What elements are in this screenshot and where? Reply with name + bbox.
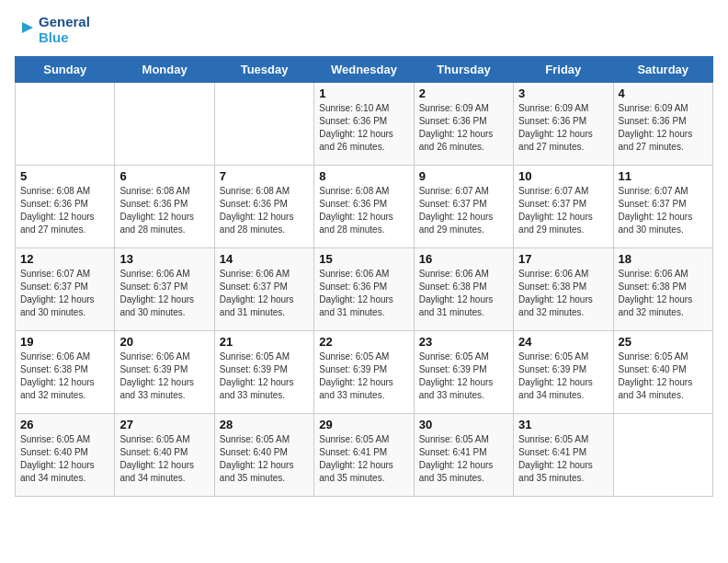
day-number: 31: [518, 418, 608, 431]
day-of-week-header: Wednesday: [314, 57, 414, 83]
day-info: Sunrise: 6:05 AM Sunset: 6:40 PM Dayligh…: [220, 433, 309, 485]
calendar-cell: 15Sunrise: 6:06 AM Sunset: 6:36 PM Dayli…: [314, 248, 414, 331]
day-info: Sunrise: 6:05 AM Sunset: 6:39 PM Dayligh…: [419, 350, 508, 402]
calendar-cell: 5Sunrise: 6:08 AM Sunset: 6:36 PM Daylig…: [16, 166, 115, 248]
day-number: 9: [419, 169, 508, 183]
calendar-cell: 2Sunrise: 6:09 AM Sunset: 6:36 PM Daylig…: [414, 83, 513, 166]
day-info: Sunrise: 6:07 AM Sunset: 6:37 PM Dayligh…: [419, 185, 508, 236]
day-number: 14: [220, 252, 309, 266]
calendar-cell: [613, 414, 712, 497]
calendar-body: 1Sunrise: 6:10 AM Sunset: 6:36 PM Daylig…: [16, 83, 713, 497]
calendar-week-row: 5Sunrise: 6:08 AM Sunset: 6:36 PM Daylig…: [16, 166, 713, 248]
day-info: Sunrise: 6:05 AM Sunset: 6:39 PM Dayligh…: [220, 350, 309, 402]
day-info: Sunrise: 6:06 AM Sunset: 6:38 PM Dayligh…: [518, 268, 608, 319]
calendar-cell: 13Sunrise: 6:06 AM Sunset: 6:37 PM Dayli…: [115, 248, 214, 331]
calendar-week-row: 1Sunrise: 6:10 AM Sunset: 6:36 PM Daylig…: [16, 83, 713, 166]
day-number: 21: [220, 335, 309, 349]
calendar-cell: 31Sunrise: 6:05 AM Sunset: 6:41 PM Dayli…: [514, 414, 613, 497]
day-of-week-header: Sunday: [16, 57, 115, 83]
calendar-cell: [214, 83, 313, 166]
calendar-table: SundayMondayTuesdayWednesdayThursdayFrid…: [15, 56, 713, 497]
days-of-week-row: SundayMondayTuesdayWednesdayThursdayFrid…: [16, 57, 713, 83]
calendar-cell: 25Sunrise: 6:05 AM Sunset: 6:40 PM Dayli…: [613, 331, 712, 414]
calendar-cell: 3Sunrise: 6:09 AM Sunset: 6:36 PM Daylig…: [514, 83, 613, 166]
day-info: Sunrise: 6:08 AM Sunset: 6:36 PM Dayligh…: [20, 185, 109, 236]
calendar-week-row: 26Sunrise: 6:05 AM Sunset: 6:40 PM Dayli…: [16, 414, 713, 497]
calendar-cell: 21Sunrise: 6:05 AM Sunset: 6:39 PM Dayli…: [214, 331, 313, 414]
day-number: 16: [419, 252, 508, 266]
calendar-cell: 9Sunrise: 6:07 AM Sunset: 6:37 PM Daylig…: [414, 166, 513, 248]
day-info: Sunrise: 6:08 AM Sunset: 6:36 PM Dayligh…: [220, 185, 309, 236]
day-of-week-header: Friday: [514, 57, 613, 83]
day-number: 1: [319, 86, 408, 100]
calendar-cell: 23Sunrise: 6:05 AM Sunset: 6:39 PM Dayli…: [414, 331, 513, 414]
calendar-cell: [115, 83, 214, 166]
calendar-cell: 26Sunrise: 6:05 AM Sunset: 6:40 PM Dayli…: [16, 414, 115, 497]
page-header: GeneralBlue: [15, 15, 713, 45]
day-info: Sunrise: 6:07 AM Sunset: 6:37 PM Dayligh…: [619, 185, 708, 236]
day-info: Sunrise: 6:05 AM Sunset: 6:39 PM Dayligh…: [319, 350, 408, 402]
calendar-week-row: 19Sunrise: 6:06 AM Sunset: 6:38 PM Dayli…: [16, 331, 713, 414]
day-info: Sunrise: 6:08 AM Sunset: 6:36 PM Dayligh…: [119, 185, 209, 236]
day-number: 24: [518, 335, 608, 349]
day-number: 20: [119, 335, 209, 349]
day-number: 13: [119, 252, 209, 266]
calendar-cell: 18Sunrise: 6:06 AM Sunset: 6:38 PM Dayli…: [613, 248, 712, 331]
calendar-cell: 6Sunrise: 6:08 AM Sunset: 6:36 PM Daylig…: [115, 166, 214, 248]
day-number: 8: [319, 169, 408, 183]
calendar-week-row: 12Sunrise: 6:07 AM Sunset: 6:37 PM Dayli…: [16, 248, 713, 331]
calendar-cell: 11Sunrise: 6:07 AM Sunset: 6:37 PM Dayli…: [613, 166, 712, 248]
day-number: 15: [319, 252, 408, 266]
day-number: 7: [220, 169, 309, 183]
day-number: 4: [619, 86, 708, 100]
calendar-cell: 24Sunrise: 6:05 AM Sunset: 6:39 PM Dayli…: [514, 331, 613, 414]
day-number: 28: [220, 418, 309, 431]
day-info: Sunrise: 6:06 AM Sunset: 6:38 PM Dayligh…: [419, 268, 508, 319]
calendar-cell: [16, 83, 115, 166]
day-info: Sunrise: 6:05 AM Sunset: 6:41 PM Dayligh…: [419, 433, 508, 485]
day-info: Sunrise: 6:07 AM Sunset: 6:37 PM Dayligh…: [20, 268, 109, 319]
day-number: 12: [20, 252, 109, 266]
day-of-week-header: Saturday: [613, 57, 712, 83]
day-number: 18: [619, 252, 708, 266]
calendar-cell: 10Sunrise: 6:07 AM Sunset: 6:37 PM Dayli…: [514, 166, 613, 248]
day-number: 6: [119, 169, 209, 183]
calendar-header: SundayMondayTuesdayWednesdayThursdayFrid…: [16, 57, 713, 83]
day-info: Sunrise: 6:09 AM Sunset: 6:36 PM Dayligh…: [518, 102, 608, 154]
day-number: 5: [20, 169, 109, 183]
day-info: Sunrise: 6:08 AM Sunset: 6:36 PM Dayligh…: [319, 185, 408, 236]
calendar-cell: 4Sunrise: 6:09 AM Sunset: 6:36 PM Daylig…: [613, 83, 712, 166]
day-number: 3: [518, 86, 608, 100]
day-info: Sunrise: 6:06 AM Sunset: 6:38 PM Dayligh…: [619, 268, 708, 319]
day-of-week-header: Thursday: [414, 57, 513, 83]
calendar-cell: 28Sunrise: 6:05 AM Sunset: 6:40 PM Dayli…: [214, 414, 313, 497]
logo: GeneralBlue: [15, 15, 90, 45]
day-info: Sunrise: 6:05 AM Sunset: 6:41 PM Dayligh…: [518, 433, 608, 485]
day-info: Sunrise: 6:05 AM Sunset: 6:40 PM Dayligh…: [119, 433, 209, 485]
day-number: 10: [518, 169, 608, 183]
calendar-cell: 8Sunrise: 6:08 AM Sunset: 6:36 PM Daylig…: [314, 166, 414, 248]
day-number: 25: [619, 335, 708, 349]
calendar-cell: 7Sunrise: 6:08 AM Sunset: 6:36 PM Daylig…: [214, 166, 313, 248]
day-number: 27: [119, 418, 209, 431]
day-number: 11: [619, 169, 708, 183]
day-info: Sunrise: 6:06 AM Sunset: 6:37 PM Dayligh…: [220, 268, 309, 319]
calendar-cell: 19Sunrise: 6:06 AM Sunset: 6:38 PM Dayli…: [16, 331, 115, 414]
day-number: 23: [419, 335, 508, 349]
calendar-cell: 17Sunrise: 6:06 AM Sunset: 6:38 PM Dayli…: [514, 248, 613, 331]
day-info: Sunrise: 6:06 AM Sunset: 6:37 PM Dayligh…: [119, 268, 209, 319]
day-number: 29: [319, 418, 408, 431]
day-info: Sunrise: 6:05 AM Sunset: 6:40 PM Dayligh…: [20, 433, 109, 485]
day-info: Sunrise: 6:05 AM Sunset: 6:41 PM Dayligh…: [319, 433, 408, 485]
day-info: Sunrise: 6:06 AM Sunset: 6:38 PM Dayligh…: [20, 350, 109, 402]
day-info: Sunrise: 6:05 AM Sunset: 6:40 PM Dayligh…: [619, 350, 708, 402]
day-number: 30: [419, 418, 508, 431]
logo-blue: Blue: [39, 30, 90, 46]
calendar-cell: 29Sunrise: 6:05 AM Sunset: 6:41 PM Dayli…: [314, 414, 414, 497]
calendar-cell: 27Sunrise: 6:05 AM Sunset: 6:40 PM Dayli…: [115, 414, 214, 497]
logo-general: General: [39, 15, 90, 30]
day-info: Sunrise: 6:05 AM Sunset: 6:39 PM Dayligh…: [518, 350, 608, 402]
day-info: Sunrise: 6:10 AM Sunset: 6:36 PM Dayligh…: [319, 102, 408, 154]
logo-flag-icon: [15, 20, 35, 40]
day-number: 2: [419, 86, 508, 100]
